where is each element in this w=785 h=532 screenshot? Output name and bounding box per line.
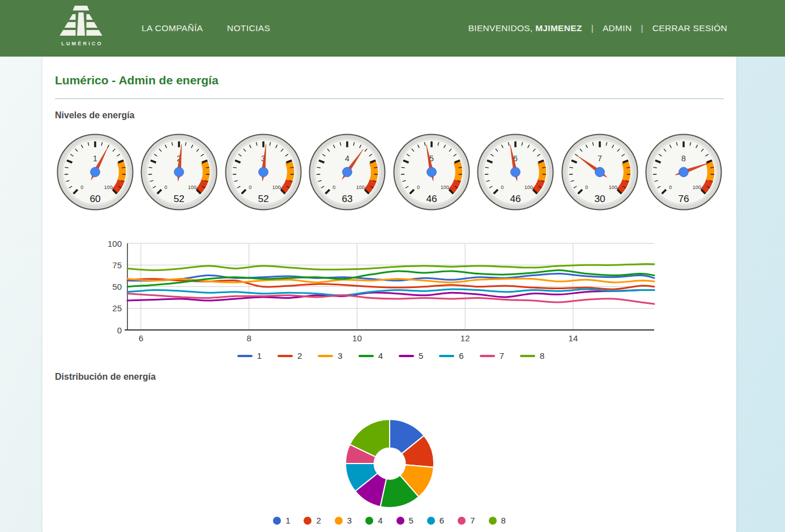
username: MJIMENEZ [535, 23, 582, 33]
svg-text:6: 6 [139, 333, 143, 343]
legend-dot-swatch [365, 517, 373, 525]
user-bar: BIENVENIDOS, MJIMENEZ | ADMIN | CERRAR S… [468, 23, 727, 33]
legend-line-swatch [318, 355, 333, 357]
legend-label: 5 [419, 351, 423, 361]
svg-text:76: 76 [678, 193, 689, 204]
legend-line-swatch [480, 355, 495, 357]
line-legend-item-6: 6 [439, 351, 463, 361]
line-legend-item-1: 1 [237, 351, 262, 361]
donut-legend-item-3: 3 [335, 516, 352, 525]
section-heading-distribucion: Distribución de energía [55, 372, 724, 382]
welcome-text: BIENVENIDOS, MJIMENEZ [468, 23, 582, 33]
legend-label: 7 [500, 351, 504, 361]
donut-chart-legend: 12345678 [55, 516, 724, 525]
legend-line-swatch [237, 355, 253, 357]
legend-dot-swatch [427, 517, 435, 525]
svg-text:8: 8 [681, 154, 686, 163]
svg-text:52: 52 [258, 193, 268, 204]
brand-text: LUMÉRICO [61, 41, 103, 46]
svg-text:1: 1 [93, 154, 97, 163]
svg-text:7: 7 [598, 154, 602, 163]
svg-text:100: 100 [108, 239, 122, 248]
line-legend-item-2: 2 [278, 351, 302, 361]
svg-text:0: 0 [333, 185, 336, 190]
svg-text:8: 8 [246, 333, 251, 343]
nav-cerrar-sesion[interactable]: CERRAR SESIÓN [652, 23, 727, 33]
app-header: LUMÉRICO LA COMPAÑÍA NOTICIAS BIENVENIDO… [0, 0, 785, 57]
gauges-row: 0100160010025201003520100463010054601006… [55, 133, 724, 211]
donut-legend-item-1: 1 [273, 516, 290, 525]
legend-line-swatch [520, 355, 535, 357]
legend-dot-swatch [458, 517, 466, 525]
legend-line-swatch [399, 355, 414, 357]
separator: | [641, 23, 643, 33]
pyramid-logo-icon: LUMÉRICO [50, 5, 112, 50]
line-legend-item-5: 5 [399, 351, 423, 361]
line-chart-svg: 025507510068101214 [100, 237, 658, 345]
donut-chart-svg [344, 418, 435, 509]
legend-label: 5 [409, 516, 413, 525]
svg-text:25: 25 [112, 303, 122, 313]
donut-legend-item-4: 4 [365, 516, 382, 525]
gauge-8: 0100876 [645, 133, 723, 211]
gauge-6: 0100646 [476, 133, 554, 211]
legend-label: 6 [440, 516, 444, 525]
page-title: Lumérico - Admin de energía [55, 74, 724, 87]
legend-dot-swatch [273, 517, 281, 525]
legend-line-swatch [439, 355, 454, 357]
legend-label: 6 [459, 351, 463, 361]
legend-dot-swatch [304, 517, 312, 525]
svg-text:0: 0 [501, 185, 504, 190]
donut-legend-item-7: 7 [458, 516, 475, 525]
section-heading-niveles: Niveles de energía [55, 110, 724, 121]
legend-label: 2 [316, 516, 321, 525]
donut-legend-item-8: 8 [489, 516, 506, 525]
donut-legend-item-2: 2 [304, 516, 321, 525]
legend-dot-swatch [335, 517, 343, 525]
nav-admin[interactable]: ADMIN [603, 23, 632, 33]
legend-label: 8 [501, 516, 506, 525]
svg-text:0: 0 [417, 185, 420, 190]
donut-legend-item-6: 6 [427, 516, 444, 525]
svg-text:100: 100 [356, 185, 365, 190]
energy-donut-chart [55, 418, 724, 509]
gauge-3: 0100352 [224, 133, 302, 211]
legend-line-swatch [359, 355, 374, 357]
line-legend-item-3: 3 [318, 351, 342, 361]
main-nav: LA COMPAÑÍA NOTICIAS [120, 23, 270, 33]
energy-line-chart: 025507510068101214 [100, 237, 724, 347]
line-legend-item-7: 7 [480, 351, 504, 361]
svg-text:0: 0 [117, 325, 122, 335]
legend-label: 8 [540, 351, 544, 361]
svg-text:0: 0 [80, 185, 83, 190]
svg-text:10: 10 [352, 333, 362, 343]
separator: | [591, 23, 594, 33]
legend-label: 2 [297, 351, 302, 361]
svg-text:52: 52 [174, 193, 185, 204]
svg-text:46: 46 [426, 193, 437, 204]
svg-text:0: 0 [249, 185, 251, 190]
svg-text:0: 0 [585, 185, 588, 190]
svg-text:14: 14 [569, 333, 578, 343]
legend-dot-swatch [396, 517, 404, 525]
gauge-4: 0100463 [308, 133, 386, 211]
svg-text:0: 0 [165, 185, 168, 190]
svg-text:30: 30 [594, 193, 605, 204]
nav-la-compania[interactable]: LA COMPAÑÍA [142, 23, 203, 33]
brand-logo[interactable]: LUMÉRICO [50, 5, 112, 52]
legend-label: 1 [257, 351, 262, 361]
line-legend-item-8: 8 [520, 351, 544, 361]
content-card: Lumérico - Admin de energía Niveles de e… [42, 57, 736, 532]
nav-noticias[interactable]: NOTICIAS [227, 23, 270, 33]
svg-text:100: 100 [104, 185, 113, 190]
legend-label: 1 [285, 516, 290, 525]
svg-text:4: 4 [345, 154, 349, 163]
legend-label: 3 [347, 516, 352, 525]
gauge-7: 0100730 [561, 133, 639, 211]
legend-label: 4 [378, 516, 382, 525]
gauge-2: 0100252 [140, 133, 218, 211]
svg-text:100: 100 [524, 185, 533, 190]
svg-text:100: 100 [441, 185, 449, 190]
gauge-5: 0100546 [393, 133, 471, 211]
svg-text:100: 100 [608, 185, 617, 190]
